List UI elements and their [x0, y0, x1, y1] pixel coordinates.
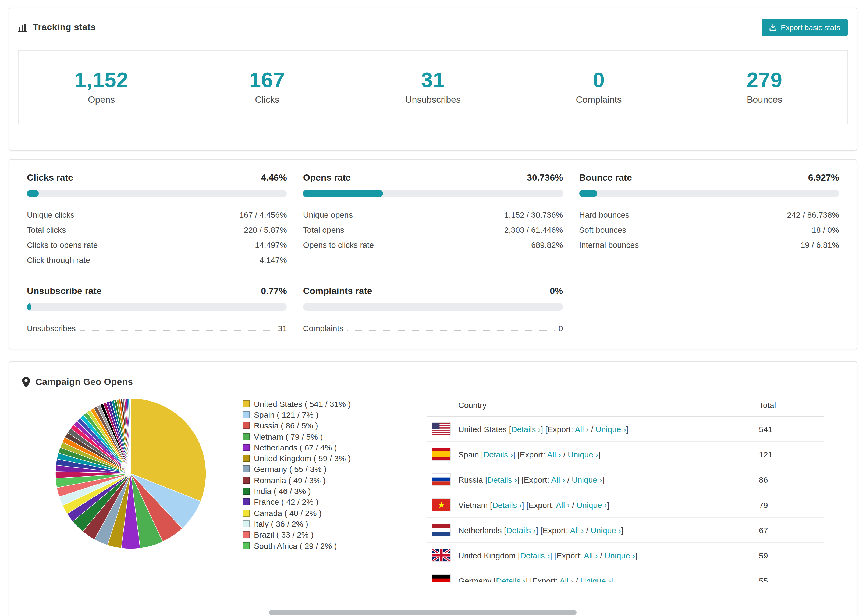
geo-total-cell: 86 [759, 475, 818, 484]
stat-cell: 167Clicks [184, 50, 350, 124]
dotted-leader [357, 217, 501, 217]
rate-progress-track [303, 303, 563, 311]
export-all-link[interactable]: All › [570, 525, 584, 534]
legend-swatch [242, 400, 250, 407]
rate-block-opens-rate: Opens rate30.736%Unique opens1,152 / 30.… [303, 173, 563, 264]
export-basic-stats-button[interactable]: Export basic stats [761, 19, 848, 36]
rate-row-value: 2,303 / 61.446% [504, 225, 563, 234]
rate-row-value: 19 / 6.81% [801, 240, 839, 250]
stat-value: 279 [746, 69, 783, 92]
rate-row: Clicks to opens rate14.497% [27, 234, 287, 250]
rate-rows: Unique clicks167 / 4.456%Total clicks220… [27, 204, 287, 264]
geo-table-header: Country Total [427, 395, 823, 416]
legend-item: Romania ( 49 / 3% ) [242, 475, 396, 486]
rate-progress-track [27, 303, 287, 311]
stat-cell: 279Bounces [682, 50, 848, 124]
stat-label: Bounces [747, 94, 783, 105]
legend-item: South Africa ( 29 / 2% ) [242, 540, 396, 551]
export-unique-link[interactable]: Unique › [605, 551, 635, 560]
rate-title: Complaints rate [303, 286, 372, 297]
legend-swatch [242, 509, 250, 516]
geo-total-cell: 59 [759, 551, 818, 560]
export-unique-link[interactable]: Unique › [590, 525, 621, 534]
legend-item: Vietnam ( 79 / 5% ) [242, 431, 396, 442]
legend-label: Canada ( 40 / 2% ) [254, 508, 322, 517]
details-link[interactable]: Details › [506, 525, 536, 534]
legend-swatch [242, 433, 250, 440]
details-link[interactable]: Details › [511, 424, 541, 434]
rate-head: Clicks rate4.46% [27, 173, 287, 183]
export-unique-link[interactable]: Unique › [572, 475, 602, 484]
details-link[interactable]: Details › [520, 551, 550, 560]
geo-country-cell: Spain [Details ›] [Export: All › / Uniqu… [458, 449, 759, 459]
dotted-leader [70, 232, 240, 232]
export-all-link[interactable]: All › [547, 449, 561, 459]
dotted-leader [101, 247, 251, 247]
export-unique-link[interactable]: Unique › [595, 424, 626, 434]
page: Tracking stats Export basic stats 1,152O… [0, 0, 866, 616]
export-all-link[interactable]: All › [551, 475, 565, 484]
legend-swatch [242, 422, 250, 429]
details-link[interactable]: Details › [496, 576, 526, 582]
geo-pie-chart [52, 395, 209, 552]
rate-row-label: Hard bounces [579, 210, 629, 219]
rate-row: Soft bounces18 / 0% [579, 219, 839, 234]
export-unique-link[interactable]: Unique › [568, 449, 598, 459]
export-all-link[interactable]: All › [584, 551, 598, 560]
details-link[interactable]: Details › [492, 500, 522, 509]
flag-vn-icon [433, 499, 450, 511]
download-icon [769, 24, 776, 31]
geo-total-cell: 541 [759, 424, 818, 434]
rate-block-complaints-rate: Complaints rate0%Complaints0 [303, 286, 563, 333]
stat-value: 31 [421, 69, 445, 92]
rate-row-label: Click through rate [27, 255, 90, 264]
export-all-link[interactable]: All › [556, 500, 570, 509]
export-unique-link[interactable]: Unique › [580, 576, 611, 582]
rate-row-label: Opens to clicks rate [303, 240, 374, 250]
rate-head: Bounce rate6.927% [579, 173, 839, 183]
rate-row-label: Soft bounces [579, 225, 626, 234]
rate-row-label: Unsubscribes [27, 324, 76, 333]
legend-label: Italy ( 36 / 2% ) [254, 519, 308, 528]
rate-row-value: 242 / 86.738% [787, 210, 839, 219]
legend-label: Vietnam ( 79 / 5% ) [254, 432, 323, 441]
details-link[interactable]: Details › [487, 475, 517, 484]
rate-title: Unsubscribe rate [27, 286, 102, 297]
geo-table: Country Total United States [Details ›] … [427, 395, 823, 582]
page-content: Tracking stats Export basic stats 1,152O… [0, 0, 866, 616]
geo-total-cell: 67 [759, 525, 818, 534]
stats-row: 1,152Opens167Clicks31Unsubscribes0Compla… [18, 50, 848, 124]
rate-progress-fill [27, 303, 31, 311]
export-unique-link[interactable]: Unique › [576, 500, 607, 509]
rate-rows: Complaints0 [303, 318, 563, 333]
dotted-leader [348, 232, 501, 232]
rate-percent: 4.46% [261, 173, 287, 183]
export-all-link[interactable]: All › [575, 424, 589, 434]
rate-progress-fill [303, 190, 383, 197]
rate-rows: Hard bounces242 / 86.738%Soft bounces18 … [579, 204, 839, 250]
table-row: United Kingdom [Details ›] [Export: All … [427, 543, 823, 568]
legend-label: India ( 46 / 3% ) [254, 486, 311, 496]
rate-block-clicks-rate: Clicks rate4.46%Unique clicks167 / 4.456… [27, 173, 287, 264]
rate-row-value: 220 / 5.87% [244, 225, 287, 234]
legend-label: Spain ( 121 / 7% ) [254, 410, 318, 419]
rate-row-label: Total clicks [27, 225, 66, 234]
legend-swatch [242, 444, 250, 451]
horizontal-scrollbar-thumb[interactable] [269, 610, 576, 615]
geo-card: Campaign Geo Opens United States ( 541 /… [9, 361, 857, 616]
rate-row: Click through rate4.147% [27, 250, 287, 264]
rate-row-label: Internal bounces [579, 240, 639, 250]
rate-percent: 0% [550, 286, 563, 297]
export-all-link[interactable]: All › [560, 576, 574, 582]
rate-row-value: 167 / 4.456% [239, 210, 287, 219]
legend-item: Spain ( 121 / 7% ) [242, 409, 396, 420]
table-row: Germany [Details ›] [Export: All › / Uni… [427, 568, 823, 582]
rate-percent: 30.736% [527, 173, 563, 183]
stat-cell: 0Complaints [516, 50, 682, 124]
rate-row-value: 18 / 0% [812, 225, 839, 234]
details-link[interactable]: Details › [483, 449, 513, 459]
legend-item: Canada ( 40 / 2% ) [242, 508, 396, 519]
legend-label: United States ( 541 / 31% ) [254, 399, 351, 408]
geo-country-cell: Vietnam [Details ›] [Export: All › / Uni… [458, 500, 759, 509]
rate-progress-track [579, 190, 839, 197]
